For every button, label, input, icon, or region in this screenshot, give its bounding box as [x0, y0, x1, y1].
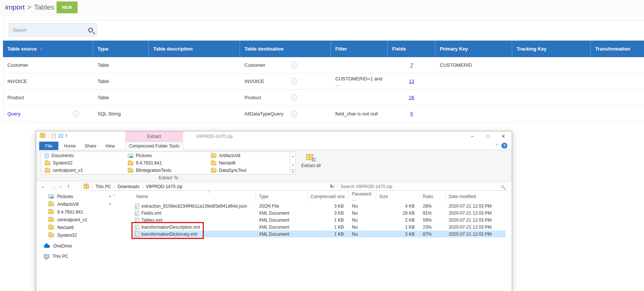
nav-item-onedrive[interactable]: OneDrive [36, 242, 119, 250]
col-ratio[interactable]: Ratio [420, 191, 446, 202]
extract-all-button[interactable]: Extract all [299, 151, 323, 179]
search-icon[interactable] [88, 28, 93, 32]
new-button[interactable]: NEW [56, 1, 78, 13]
col-tracking-key[interactable]: Tracking Key [512, 41, 591, 57]
fields-count-link[interactable]: 5 [410, 111, 413, 117]
tab-file[interactable]: File [39, 142, 58, 150]
collapse-ribbon-icon[interactable]: ^ [496, 143, 498, 148]
folder-icon [128, 169, 133, 173]
folder-icon [128, 161, 133, 165]
gallery-item-system32[interactable]: System32 [41, 159, 124, 167]
nav-item-pictures[interactable]: Pictures ✦ [36, 193, 119, 200]
tab-view[interactable]: View [102, 142, 118, 150]
crumb-zip[interactable]: V8PROD-1470.zip [146, 184, 182, 189]
customize-qat-icon[interactable]: ▾ [66, 134, 67, 137]
up-icon[interactable]: ↑ [67, 183, 70, 189]
info-icon[interactable]: i [291, 62, 297, 68]
crumb-downloads[interactable]: Downloads [117, 184, 139, 189]
gallery-scroll-down-icon[interactable]: ▾ [290, 161, 295, 170]
gallery-item-documents[interactable]: Documents [41, 152, 124, 159]
gallery-item-pictures[interactable]: Pictures [124, 152, 208, 159]
file-row-fields-xml[interactable]: Fields.xml XML Document 3 KB No 28 KB 91… [133, 209, 506, 216]
pin-icon[interactable]: ✦ [109, 194, 112, 198]
tab-home[interactable]: Home [61, 142, 79, 150]
info-icon[interactable]: i [291, 78, 297, 84]
col-table-destination[interactable]: Table destination [240, 41, 331, 57]
breadcrumb: import > Tables [5, 3, 54, 11]
col-type[interactable]: Type [93, 41, 149, 57]
file-row-tables-xml[interactable]: Tables.xml XML Document 1 KB No 2 KB 59%… [133, 216, 506, 224]
search-icon[interactable] [501, 185, 504, 188]
nav-item-centralpoint[interactable]: centralpoint_v1 [36, 216, 119, 224]
crumb-this-pc[interactable]: This PC [95, 184, 111, 189]
extract-all-icon [306, 153, 316, 162]
file-row-transformation-dictionary-xml[interactable]: transformationDictionary.xml XML Documen… [133, 231, 506, 238]
new-folder-icon[interactable] [58, 134, 63, 138]
col-primary-key[interactable]: Primary Key [435, 41, 512, 57]
search-input[interactable] [13, 28, 88, 33]
cell-source: Customer [3, 57, 93, 73]
file-row-transformation-description-xml[interactable]: transformationDescription.xml XML Docume… [133, 224, 506, 231]
gallery-more-icon[interactable]: ▾ [291, 170, 294, 174]
gallery-scrollbar: ▴ ▾ ▾ [290, 152, 295, 174]
sort-caret-icon: ^ [208, 191, 209, 194]
maximize-button[interactable]: □ [480, 132, 496, 141]
nav-item-this-pc[interactable]: This PC [36, 252, 119, 260]
col-transformation[interactable]: Transformation [591, 41, 644, 57]
info-icon[interactable]: i [291, 94, 297, 101]
recent-locations-icon[interactable]: ▾ [60, 186, 61, 188]
properties-icon[interactable]: ✓ [52, 134, 56, 138]
navigation-pane: ▴ Pictures ✦ ArtifactsV8 ✦ 9.4.7631.641 … [36, 193, 119, 260]
minimize-button[interactable]: – [465, 132, 480, 141]
address-breadcrumb[interactable]: › This PC › Downloads › V8PROD-1470.zip … [81, 183, 335, 191]
breadcrumb-import[interactable]: import [5, 3, 25, 11]
col-type[interactable]: Type [256, 191, 308, 202]
folder-icon [45, 169, 50, 173]
gallery-item-nectari6[interactable]: Nectari6 [208, 159, 290, 167]
fields-count-link[interactable]: 13 [409, 79, 414, 84]
gallery-item-centralpoint[interactable]: centralpoint_v1 [41, 167, 124, 174]
cell-transformation [591, 90, 644, 105]
nav-item-artifactsv8[interactable]: ArtifactsV8 ✦ [36, 200, 119, 208]
col-size[interactable]: Size [376, 191, 420, 202]
gallery-item-version-folder[interactable]: 9.4.7631.641 [124, 159, 208, 167]
col-table-source[interactable]: Table source ↑ [3, 41, 93, 57]
cell-type: SQL String [93, 106, 149, 122]
file-row-extraction-json[interactable]: extraction_8108ec8234ff4b11a139e8f3d941d… [133, 202, 506, 209]
help-icon[interactable]: ? [501, 143, 507, 149]
gallery-grid: Documents Pictures ArtifactsV8 System32 … [41, 152, 290, 174]
col-name[interactable]: Name [133, 191, 256, 202]
nav-item-system32[interactable]: System32 [36, 231, 119, 239]
gallery-item-artifactsv8[interactable]: ArtifactsV8 [208, 152, 290, 159]
forward-icon[interactable]: → [51, 183, 56, 189]
nav-item-nectari6[interactable]: Nectari6 [36, 224, 119, 231]
explorer-search-input[interactable] [340, 184, 501, 189]
tab-share[interactable]: Share [81, 142, 100, 150]
table-row-customer: Customer Table Customer i 7 CUSTOMERID [3, 57, 644, 73]
title-bar[interactable]: | ✓ ▾ Extract V8PROD-1470.zip – □ × [36, 131, 512, 142]
col-fields[interactable]: Fields [388, 41, 435, 57]
info-icon[interactable]: i [291, 111, 297, 117]
col-table-description[interactable]: Table description [149, 41, 240, 57]
window-title: V8PROD-1470.zip [196, 134, 233, 139]
col-compressed-size[interactable]: Compressed size [308, 191, 349, 202]
nav-item-version-folder[interactable]: 9.4.7631.641 [36, 208, 119, 216]
col-date-modified[interactable]: Date modified [446, 191, 506, 202]
back-icon[interactable]: ← [41, 183, 46, 189]
gallery-item-datasynctest[interactable]: DataSyncTest [208, 167, 290, 174]
gallery-item-biintegrationtests[interactable]: BIIntegrationTests [124, 167, 208, 174]
refresh-icon[interactable]: ↻ [330, 184, 334, 189]
cell-primary-key [435, 106, 512, 122]
fields-count-link[interactable]: 26 [409, 95, 414, 100]
tab-compressed-folder-tools[interactable]: Compressed Folder Tools [125, 142, 183, 150]
cell-transformation [591, 106, 644, 122]
fields-count-link[interactable]: 7 [410, 62, 413, 68]
col-password[interactable]: Password ... [349, 191, 376, 202]
table-row-product: Product Table Product i 26 [3, 90, 644, 106]
pin-icon[interactable]: ✦ [109, 202, 112, 206]
gallery-scroll-up-icon[interactable]: ▴ [290, 152, 295, 161]
info-icon[interactable]: i [73, 111, 79, 117]
col-filter[interactable]: Filter [331, 41, 388, 57]
close-button[interactable]: × [496, 132, 511, 141]
query-link[interactable]: Query [7, 111, 20, 117]
